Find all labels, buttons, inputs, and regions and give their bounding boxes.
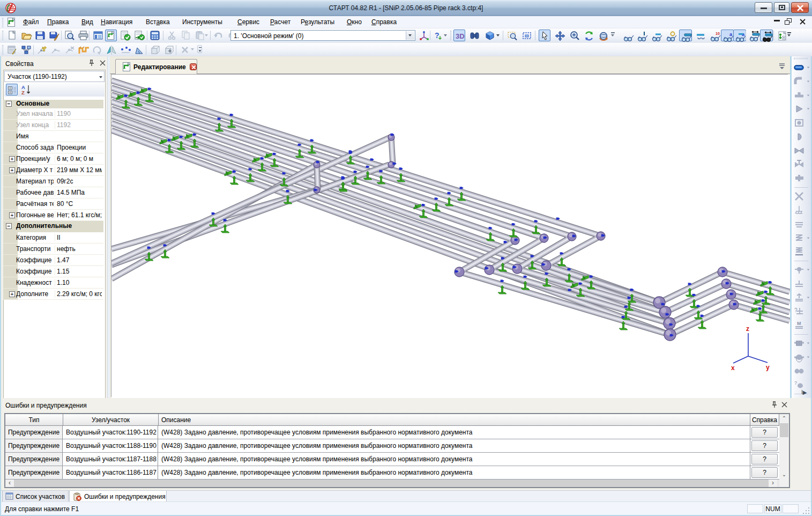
svg-text:?: ? bbox=[794, 380, 797, 386]
svg-text:3D: 3D bbox=[456, 32, 465, 40]
svg-text:a: a bbox=[729, 32, 733, 37]
svg-text:?: ? bbox=[435, 31, 439, 40]
svg-text:y: y bbox=[766, 364, 770, 371]
svg-text:10: 10 bbox=[716, 32, 720, 35]
svg-text:M: M bbox=[797, 321, 801, 326]
svg-text:Z: Z bbox=[21, 90, 25, 95]
svg-text:x: x bbox=[731, 364, 735, 372]
svg-text:z: z bbox=[746, 325, 749, 333]
svg-text:?: ? bbox=[794, 307, 798, 313]
